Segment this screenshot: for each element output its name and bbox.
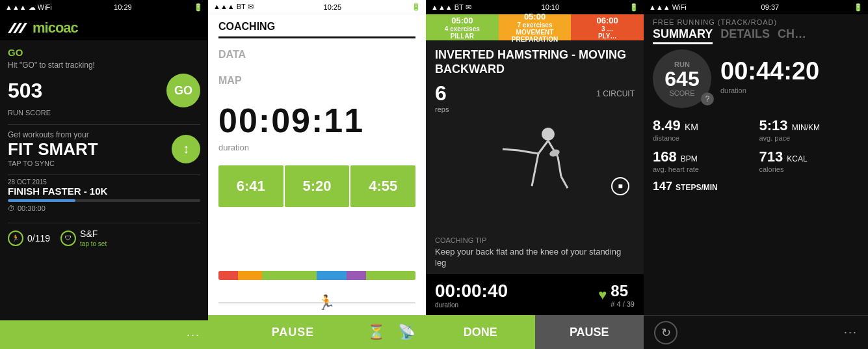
svg-line-6 (503, 149, 519, 150)
go-button[interactable]: GO (166, 74, 200, 107)
svg-line-10 (558, 157, 561, 176)
status-bar-1: ▲▲▲ ☁ WiFi 10:29 🔋 (0, 0, 208, 14)
tab-data[interactable]: DATA (218, 49, 415, 64)
status-bar-4: ▲▲▲ WiFi 09:37 🔋 (644, 0, 868, 14)
runner-figure-icon: 🏃 (317, 294, 335, 311)
svg-point-3 (542, 128, 555, 141)
stats-row: 🏃 0/119 🛡 S&F tap to set (8, 223, 200, 247)
run-score-value: 503 (8, 79, 42, 103)
score-circle-row: RUN 645 SCORE ? 00:44:20 duration (653, 49, 859, 108)
tap-sync-text: TAP TO SYNC (8, 160, 98, 167)
pace-box-1: 5:20 (285, 165, 350, 207)
runner-progress (208, 259, 426, 292)
track-seg-1 (218, 271, 238, 280)
duration-info: 00:44:20 duration (720, 57, 819, 101)
summary-body: RUN 645 SCORE ? 00:44:20 duration 8.49 K… (644, 49, 868, 315)
svg-line-4 (538, 141, 548, 154)
panel1-content: GO Hit "GO" to start tracking! 503 GO RU… (0, 40, 208, 320)
app-header-1: micoac (0, 14, 208, 40)
micoach-brand: micoac (33, 20, 78, 36)
reps-info: 6 reps (435, 81, 449, 113)
hit-go-text: Hit "GO" to start tracking! (8, 61, 200, 70)
signal-icon-4: ▲▲▲ WiFi (649, 3, 687, 11)
stat-runs: 🏃 0/119 (8, 229, 50, 247)
coaching-tabs: COACHING DATA MAP (208, 14, 426, 91)
exercise-timer-bar: 00:00:40 duration ♥ 85 # 4 / 39 (426, 274, 644, 315)
exercise-figure: ■ (435, 115, 635, 199)
pace-box-0: 6:41 (218, 165, 283, 207)
stop-button[interactable]: ■ (611, 177, 629, 195)
panel-coaching-timer: ▲▲▲ BT ✉ 10:25 🔋 COACHING DATA MAP 00:09… (208, 0, 426, 349)
track-progress-bar (218, 271, 415, 280)
score-display: 85 # 4 / 39 (611, 282, 635, 308)
tab-summary[interactable]: SUMMARY (653, 27, 713, 44)
metric-steps: 147 STEPS/MIN (653, 180, 753, 193)
satellite-icon[interactable]: 📡 (398, 324, 415, 341)
tab-charts[interactable]: CH… (778, 27, 806, 44)
time-3: 10:10 (542, 3, 560, 11)
workout-date: 28 OCT 2015 (8, 178, 200, 186)
exercise-animation (490, 118, 581, 196)
refresh-button[interactable]: ↻ (654, 321, 677, 344)
battery-icon-4: 🔋 (854, 3, 863, 12)
metric-pace: 5:13 MIN/KM avg. pace (759, 117, 860, 142)
svg-line-7 (535, 154, 538, 170)
heart-score-info: ♥ 85 # 4 / 39 (598, 282, 635, 308)
signal-icon: ▲▲▲ ☁ WiFi (5, 3, 52, 12)
workout-tab-plyo[interactable]: 06:00 3 … PLY… (571, 14, 644, 40)
signal-icon-2: ▲▲▲ BT ✉ (213, 3, 254, 11)
reps-row: 6 reps 1 CIRCUIT (435, 81, 635, 113)
svg-line-8 (532, 170, 535, 186)
done-button[interactable]: DONE (426, 315, 535, 349)
exercise-body: INVERTED HAMSTRING - MOVING BACKWARD 6 r… (426, 40, 644, 236)
exercise-title: INVERTED HAMSTRING - MOVING BACKWARD (435, 48, 635, 76)
time-2: 10:25 (324, 3, 342, 11)
more-options-button[interactable]: ··· (187, 328, 200, 342)
run-score-row: 503 GO (8, 74, 200, 107)
heart-icon: ♥ (598, 286, 607, 303)
svg-line-11 (561, 176, 568, 188)
exercise-bottom: DONE PAUSE (426, 315, 644, 349)
shield-icon: 🛡 (60, 230, 76, 246)
workout-title: FINISH FASTER - 10K (8, 186, 200, 197)
battery-icon-1: 🔋 (194, 3, 203, 12)
question-mark-badge[interactable]: ? (701, 92, 714, 105)
run-score-circle: RUN 645 SCORE ? (653, 49, 711, 108)
circuit-label: 1 CIRCUIT (596, 89, 635, 98)
run-icon: 🏃 (8, 230, 23, 246)
go-label: GO (8, 47, 200, 58)
divider-1 (8, 124, 200, 125)
panel-micoach-home: ▲▲▲ ☁ WiFi 10:29 🔋 micoac GO Hit "GO" to… (0, 0, 208, 349)
workout-tab-pillar[interactable]: 05:00 4 exercises PILLAR (426, 14, 499, 40)
coaching-tip-text: Keep your back flat and the knee of your… (426, 247, 644, 274)
stat-sf[interactable]: 🛡 S&F tap to set (60, 229, 107, 247)
time-4: 09:37 (761, 3, 780, 11)
exercise-timer-info: 00:00:40 duration (435, 281, 508, 309)
tab-map[interactable]: MAP (218, 75, 415, 91)
pause-button-3[interactable]: PAUSE (535, 315, 644, 349)
workout-tabs: 05:00 4 exercises PILLAR 05:00 7 exercis… (426, 14, 644, 40)
track-seg-4 (317, 271, 346, 280)
bottom-icons-2: ⏳ 📡 (367, 324, 415, 341)
panel-exercise-detail: ▲▲▲ BT ✉ 10:10 🔋 05:00 4 exercises PILLA… (426, 0, 644, 349)
track-seg-3 (262, 271, 317, 280)
signal-icon-3: ▲▲▲ BT ✉ (431, 3, 471, 12)
workout-progress-fill (8, 199, 75, 202)
metrics-grid: 8.49 KM distance 5:13 MIN/KM avg. pace 1… (653, 117, 859, 193)
tab-coaching[interactable]: COACHING (218, 21, 415, 38)
metric-distance: 8.49 KM distance (653, 117, 753, 142)
fit-smart-title: FIT SMART (8, 139, 98, 160)
more-options-button-4[interactable]: ··· (844, 326, 858, 339)
hourglass-icon[interactable]: ⏳ (367, 324, 385, 341)
tab-details[interactable]: DETAILS (720, 27, 770, 44)
workout-tab-movement[interactable]: 05:00 7 exercises MOVEMENT PREPARATION (499, 14, 572, 40)
battery-icon-2: 🔋 (412, 3, 421, 11)
metric-calories: 713 KCAL calories (759, 148, 860, 173)
bottom-bar-4: ↻ ··· (644, 315, 868, 349)
duration-label-2: duration (208, 143, 426, 160)
pause-button[interactable]: PAUSE (218, 326, 367, 339)
metric-heart-rate: 168 BPM avg. heart rate (653, 148, 753, 173)
sync-button[interactable]: ↕ (172, 135, 200, 163)
get-workouts-text: Get workouts from your (8, 130, 98, 139)
fit-smart-section: Get workouts from your FIT SMART TAP TO … (8, 130, 200, 167)
